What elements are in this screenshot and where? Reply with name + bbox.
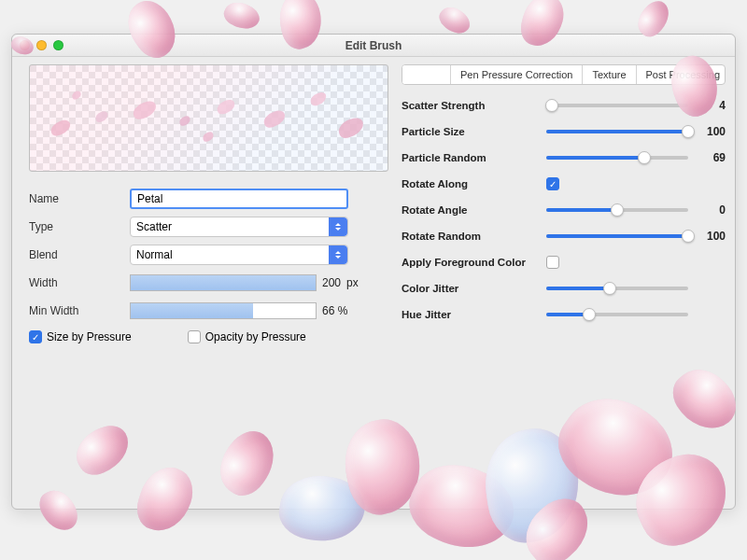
opacity-by-pressure-checkbox[interactable]: Opacity by Pressure — [188, 330, 306, 343]
rotate-angle-label: Rotate Angle — [402, 204, 537, 216]
rotate-random-slider[interactable] — [546, 234, 688, 238]
brush-preview — [29, 64, 388, 172]
color-jitter-slider[interactable] — [546, 287, 688, 290]
type-select[interactable]: Scatter — [130, 217, 348, 237]
window-title: Edit Brush — [12, 39, 735, 52]
particle-size-label: Particle Size — [402, 126, 537, 137]
close-icon[interactable] — [20, 40, 30, 50]
brush-form: Name Type Scatter Blend — [29, 187, 388, 343]
rotate-angle-slider[interactable] — [546, 208, 688, 212]
scatter-strength-label: Scatter Strength — [402, 100, 537, 111]
chevron-updown-icon — [329, 245, 347, 264]
hue-jitter-label: Hue Jitter — [402, 309, 537, 320]
checkbox-icon — [188, 330, 201, 343]
scatter-strength-value: 4 — [698, 99, 726, 112]
tab-pen-pressure[interactable]: Pen Pressure Correction — [451, 65, 583, 84]
right-panel: Pen Pressure Correction Texture Post Pro… — [402, 64, 726, 499]
apply-fg-label: Apply Foreground Color — [402, 257, 537, 268]
tab-scatter[interactable] — [402, 65, 451, 84]
opacity-by-pressure-label: Opacity by Pressure — [205, 330, 306, 343]
name-input[interactable] — [130, 189, 348, 209]
particle-size-slider[interactable] — [546, 130, 688, 133]
particle-random-label: Particle Random — [402, 152, 537, 163]
size-by-pressure-checkbox[interactable]: ✓ Size by Pressure — [29, 330, 132, 343]
edit-brush-window: Edit Brush Name — [11, 34, 736, 510]
size-by-pressure-label: Size by Pressure — [47, 330, 132, 343]
scatter-panel: Scatter Strength 4 Particle Size 100 Par… — [402, 92, 726, 328]
width-value: 200 — [322, 276, 341, 289]
left-panel: Name Type Scatter Blend — [29, 64, 388, 499]
minwidth-label: Min Width — [29, 304, 130, 317]
titlebar: Edit Brush — [12, 35, 735, 57]
width-label: Width — [29, 276, 130, 289]
width-bar[interactable] — [130, 274, 317, 291]
type-value: Scatter — [136, 220, 172, 233]
particle-random-slider[interactable] — [546, 156, 688, 160]
rotate-along-checkbox[interactable]: ✓ — [546, 177, 559, 190]
name-label: Name — [29, 192, 130, 205]
rotate-random-value: 100 — [698, 230, 726, 243]
hue-jitter-slider[interactable] — [546, 313, 688, 316]
scatter-strength-slider[interactable] — [546, 104, 688, 107]
minwidth-bar[interactable] — [130, 302, 317, 319]
particle-random-value: 69 — [698, 151, 726, 164]
apply-fg-checkbox[interactable] — [546, 256, 559, 269]
content: Name Type Scatter Blend — [12, 57, 735, 509]
rotate-random-label: Rotate Random — [402, 231, 537, 242]
tab-texture[interactable]: Texture — [583, 65, 636, 84]
width-unit: px — [346, 276, 359, 289]
blend-value: Normal — [136, 248, 173, 261]
rotate-angle-value: 0 — [698, 203, 726, 217]
tab-post-processing[interactable]: Post Processing — [637, 65, 726, 84]
blend-select[interactable]: Normal — [130, 245, 348, 265]
checkbox-icon: ✓ — [29, 330, 42, 343]
window-controls — [20, 40, 63, 50]
minimize-icon[interactable] — [36, 40, 47, 50]
particle-size-value: 100 — [698, 125, 726, 138]
type-label: Type — [29, 220, 130, 233]
minwidth-value: 66 % — [322, 304, 347, 317]
rotate-along-label: Rotate Along — [402, 178, 537, 189]
tab-bar: Pen Pressure Correction Texture Post Pro… — [402, 64, 726, 85]
chevron-updown-icon — [329, 217, 347, 236]
zoom-icon[interactable] — [53, 40, 63, 50]
color-jitter-label: Color Jitter — [402, 283, 537, 294]
blend-label: Blend — [29, 248, 130, 261]
